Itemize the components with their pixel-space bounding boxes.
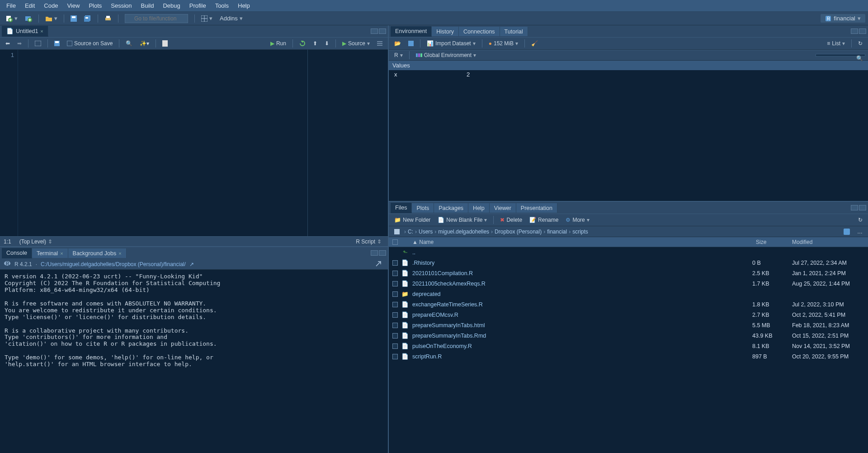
menu-profile[interactable]: Profile	[185, 0, 211, 11]
file-checkbox[interactable]	[392, 302, 398, 307]
find-replace-button[interactable]: 🔍	[123, 39, 135, 48]
col-size[interactable]: Size	[756, 239, 792, 245]
more-button[interactable]: ⚙ More ▾	[563, 216, 592, 224]
menu-edit[interactable]: Edit	[20, 0, 39, 11]
file-row[interactable]: 📄20210101Compilation.R2.5 KBJan 1, 2021,…	[389, 268, 868, 278]
goto-file-input[interactable]	[125, 14, 188, 23]
file-name[interactable]: deprecated	[412, 291, 749, 297]
back-button[interactable]: ⬅	[3, 39, 13, 48]
menu-help[interactable]: Help	[233, 0, 255, 11]
open-file-button[interactable]: ▾	[42, 14, 60, 23]
r-project-icon[interactable]	[841, 228, 853, 236]
close-icon[interactable]: ×	[118, 251, 121, 256]
save-all-button[interactable]	[81, 14, 94, 23]
save-source-button[interactable]	[52, 40, 62, 47]
crumb[interactable]: miguel.delgadohelles	[438, 229, 489, 235]
go-to-next-button[interactable]: ⬇	[322, 39, 332, 48]
col-modified[interactable]: Modified	[792, 239, 864, 245]
crumb[interactable]: Users	[419, 229, 433, 235]
maximize-pane-icon[interactable]	[859, 205, 866, 210]
menu-debug[interactable]: Debug	[158, 0, 184, 11]
maximize-pane-icon[interactable]	[379, 29, 386, 34]
file-name[interactable]: prepareEOMcsv.R	[412, 312, 749, 318]
file-name[interactable]: 20210101Compilation.R	[412, 270, 749, 277]
minimize-pane-icon[interactable]	[851, 205, 858, 210]
clear-console-button[interactable]	[373, 260, 384, 268]
file-name[interactable]: prepareSummaryInTabs.Rmd	[412, 333, 749, 339]
source-editor[interactable]: 1	[0, 50, 388, 236]
file-name[interactable]: 20211005checkAmexReqs.R	[412, 281, 749, 287]
show-in-new-window-button[interactable]	[32, 40, 44, 47]
wd-popout-icon[interactable]: ↗	[189, 261, 194, 267]
source-on-save-checkbox[interactable]: Source on Save	[64, 39, 115, 48]
menu-code[interactable]: Code	[39, 0, 62, 11]
tab-terminal[interactable]: Terminal×	[32, 248, 68, 258]
source-button[interactable]: ▶ Source ▾	[340, 39, 373, 48]
tab-background-jobs[interactable]: Background Jobs×	[68, 248, 127, 258]
load-workspace-button[interactable]: 📂	[392, 39, 404, 48]
tab-tutorial[interactable]: Tutorial	[500, 27, 528, 36]
close-icon[interactable]: ×	[60, 251, 63, 256]
run-button[interactable]: ▶ Run	[268, 39, 289, 48]
file-name[interactable]: exchangeRateTimeSeries.R	[412, 301, 749, 308]
file-checkbox[interactable]	[392, 281, 398, 286]
memory-usage[interactable]: ● 152 MiB ▾	[486, 39, 521, 48]
tab-files[interactable]: Files	[391, 203, 412, 213]
crumb[interactable]: Dropbox (Personal)	[495, 229, 542, 235]
working-directory[interactable]: C:/Users/miguel.delgadohelles/Dropbox (P…	[41, 261, 186, 267]
file-checkbox[interactable]	[392, 323, 398, 328]
tab-history[interactable]: History	[432, 27, 459, 36]
workspace-panes-button[interactable]: ▾	[198, 14, 215, 23]
go-to-prev-button[interactable]: ⬆	[310, 39, 320, 48]
file-name[interactable]: prepareSummaryInTabs.html	[412, 322, 749, 329]
menu-tools[interactable]: Tools	[211, 0, 233, 11]
tab-presentation[interactable]: Presentation	[516, 203, 557, 213]
file-checkbox[interactable]	[392, 333, 398, 339]
file-row[interactable]: 📄exchangeRateTimeSeries.R1.8 KBJul 2, 20…	[389, 299, 868, 310]
file-row[interactable]: 📄prepareSummaryInTabs.Rmd43.9 KBOct 15, …	[389, 330, 868, 341]
env-search-input[interactable]: 🔍	[816, 54, 865, 57]
rerun-button[interactable]	[297, 39, 308, 48]
save-button[interactable]	[68, 14, 80, 23]
path-options-icon[interactable]: …	[854, 228, 865, 236]
addins-button[interactable]: Addins ▾	[217, 14, 245, 23]
file-name[interactable]: scriptRun.R	[412, 353, 749, 360]
import-dataset-button[interactable]: 📊 Import Dataset ▾	[424, 39, 478, 48]
file-checkbox[interactable]	[392, 271, 398, 276]
col-name[interactable]: ▲ Name	[412, 239, 756, 245]
environment-scope[interactable]: Global Environment ▾	[413, 51, 479, 59]
tab-help[interactable]: Help	[468, 203, 490, 213]
file-checkbox[interactable]	[392, 312, 398, 318]
menu-build[interactable]: Build	[137, 0, 159, 11]
minimize-pane-icon[interactable]	[371, 250, 378, 256]
file-checkbox[interactable]	[392, 291, 398, 297]
env-variable-row[interactable]: x 2	[389, 70, 868, 79]
minimize-pane-icon[interactable]	[371, 29, 378, 34]
menu-plots[interactable]: Plots	[84, 0, 106, 11]
file-checkbox[interactable]	[392, 343, 398, 349]
menu-view[interactable]: View	[62, 0, 84, 11]
maximize-pane-icon[interactable]	[859, 29, 866, 34]
new-blank-file-button[interactable]: 📄 New Blank File ▾	[435, 216, 490, 224]
scope-selector[interactable]: (Top Level) ⇕	[17, 238, 55, 246]
language-scope[interactable]: R ▾	[392, 51, 406, 59]
tab-console[interactable]: Console	[2, 248, 32, 258]
save-workspace-button[interactable]	[406, 40, 416, 47]
tab-plots[interactable]: Plots	[412, 203, 434, 213]
compile-report-button[interactable]	[160, 39, 170, 48]
console-output[interactable]: R version 4.2.1 (2022-06-23 ucrt) -- "Fu…	[0, 270, 388, 453]
crumb[interactable]: financial	[547, 229, 567, 235]
home-icon[interactable]	[392, 228, 402, 235]
menu-file[interactable]: File	[2, 0, 20, 11]
tab-viewer[interactable]: Viewer	[490, 203, 516, 213]
new-project-button[interactable]	[22, 14, 35, 23]
refresh-env-button[interactable]: ↻	[855, 39, 865, 48]
outline-button[interactable]	[374, 40, 385, 47]
file-row[interactable]: 📄prepareSummaryInTabs.html5.5 MBFeb 18, …	[389, 320, 868, 330]
file-checkbox[interactable]	[392, 354, 398, 359]
file-name[interactable]: .Rhistory	[412, 260, 749, 266]
project-menu[interactable]: Rfinancial▾	[821, 14, 865, 23]
close-tab-icon[interactable]: ×	[40, 29, 43, 34]
file-row[interactable]: 📄20211005checkAmexReqs.R1.7 KBAug 25, 20…	[389, 278, 868, 289]
file-name[interactable]: ..	[412, 249, 749, 256]
